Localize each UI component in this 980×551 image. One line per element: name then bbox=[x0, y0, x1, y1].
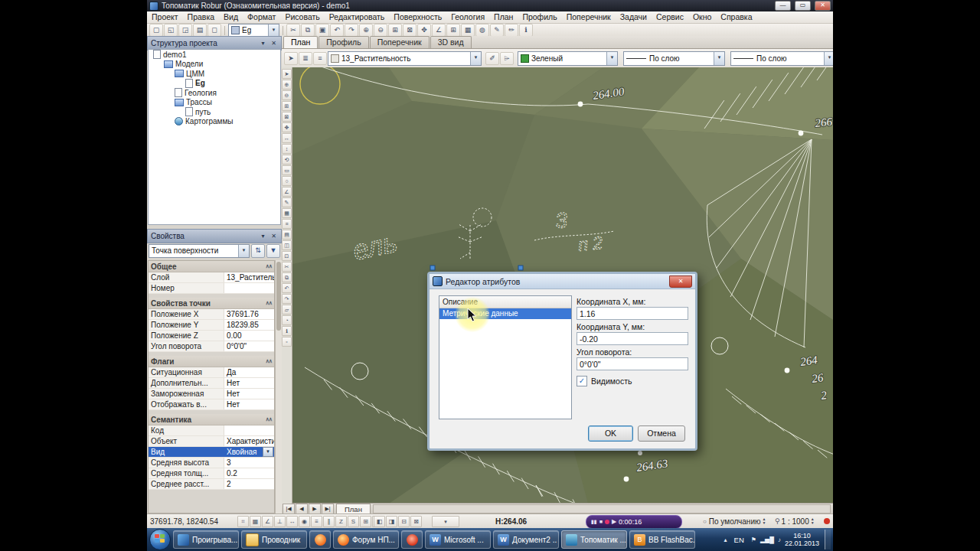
status-toggle-icon[interactable]: ∥ bbox=[323, 516, 335, 527]
property-value[interactable]: Нет bbox=[224, 389, 274, 399]
property-value[interactable]: 3 bbox=[224, 458, 274, 468]
first-sheet-icon[interactable]: |◀ bbox=[283, 504, 295, 514]
canvas-tool-icon-22[interactable]: ▱ bbox=[282, 305, 292, 315]
canvas-tool-icon-7[interactable]: ↕ bbox=[282, 144, 292, 154]
taskbar-button-2[interactable] bbox=[309, 530, 331, 549]
snap-mode-icon[interactable]: ▾ bbox=[432, 516, 459, 527]
pan-icon[interactable]: ✥ bbox=[417, 24, 431, 37]
property-value[interactable]: Хвойная▼ bbox=[224, 447, 274, 457]
chevron-down-icon[interactable]: ▼ bbox=[263, 447, 273, 457]
property-value[interactable]: 13_Растительно... bbox=[224, 272, 274, 282]
collapse-icon[interactable]: ∧∧ bbox=[266, 300, 272, 306]
view-tab-Поперечник[interactable]: Поперечник bbox=[370, 36, 430, 48]
chevron-down-icon[interactable]: ▼ bbox=[824, 52, 833, 65]
menu-item-5[interactable]: Редактировать bbox=[325, 11, 390, 23]
canvas-tool-icon-11[interactable]: ∠ bbox=[282, 187, 292, 197]
status-toggle-icon[interactable]: S bbox=[348, 516, 359, 527]
menu-item-6[interactable]: Поверхность bbox=[389, 11, 446, 23]
eyedropper-icon[interactable]: ✐ bbox=[485, 52, 499, 65]
menu-item-1[interactable]: Правка bbox=[183, 11, 219, 23]
copy-icon[interactable]: ⧉ bbox=[301, 24, 315, 37]
preview-icon[interactable]: ◻ bbox=[207, 24, 221, 37]
property-value[interactable]: 2 bbox=[224, 479, 274, 489]
tree-item-Геология[interactable]: Геология bbox=[149, 88, 280, 98]
menu-item-0[interactable]: Проект bbox=[147, 11, 183, 23]
screen-recorder-bar[interactable]: ▮▮ ■ ▶ 0:00:16 bbox=[586, 515, 682, 528]
view-tab-3D вид[interactable]: 3D вид bbox=[430, 36, 472, 48]
play-icon[interactable]: ▶ bbox=[612, 517, 616, 527]
status-toggle-icon[interactable]: ↔ bbox=[286, 516, 298, 527]
menu-item-9[interactable]: Профиль bbox=[518, 11, 561, 23]
new-icon[interactable]: ▢ bbox=[149, 24, 163, 37]
property-group-1[interactable]: Свойства точки∧∧ bbox=[149, 298, 274, 309]
property-row[interactable]: Положение Z0.00 bbox=[149, 331, 274, 341]
edit-icon[interactable]: ✏ bbox=[505, 24, 518, 37]
network-icon[interactable]: ▂▅█ bbox=[760, 536, 774, 543]
prev-sheet-icon[interactable]: ◀ bbox=[296, 504, 308, 514]
tree-item-Трассы[interactable]: Трассы bbox=[149, 98, 280, 108]
print-icon[interactable]: ▤ bbox=[193, 24, 207, 37]
zoom-extents-icon[interactable]: ⊠ bbox=[403, 24, 416, 37]
view-tab-План[interactable]: План bbox=[283, 36, 318, 48]
stop-icon[interactable]: ■ bbox=[599, 517, 603, 527]
canvas-tool-icon-25[interactable]: ▫ bbox=[282, 337, 292, 347]
chevron-down-icon[interactable]: ▼ bbox=[606, 52, 617, 65]
tree-item-Картограммы[interactable]: Картограммы bbox=[149, 117, 280, 127]
chevron-down-icon[interactable]: ▼ bbox=[714, 52, 724, 65]
globe-icon[interactable]: ◍ bbox=[475, 24, 489, 37]
info-icon[interactable]: ℹ bbox=[519, 24, 533, 37]
menu-item-2[interactable]: Вид bbox=[219, 11, 243, 23]
canvas-tool-icon-16[interactable]: ◫ bbox=[282, 240, 292, 250]
paste-icon[interactable]: ▣ bbox=[315, 24, 329, 37]
menu-item-4[interactable]: Рисовать bbox=[280, 11, 324, 23]
start-button[interactable] bbox=[149, 529, 171, 550]
canvas-tool-icon-9[interactable]: ▭ bbox=[282, 165, 292, 175]
canvas-tool-icon-6[interactable]: ↔ bbox=[282, 133, 292, 143]
canvas-tool-icon-12[interactable]: ✎ bbox=[282, 197, 292, 207]
status-toggle-icon[interactable]: ≡ bbox=[311, 516, 322, 527]
property-value[interactable]: Да bbox=[224, 367, 274, 377]
property-row[interactable]: ОбъектХарактеристик... bbox=[149, 436, 274, 447]
draw-icon[interactable]: ✎ bbox=[490, 24, 504, 37]
property-row[interactable]: Средняя толщ...0.2 bbox=[149, 468, 274, 479]
zoom-in-icon[interactable]: ⊕ bbox=[359, 24, 373, 37]
taskbar-button-5[interactable]: WMicrosoft ... bbox=[425, 530, 491, 549]
property-row[interactable]: Отображать в...Нет bbox=[149, 399, 274, 410]
property-row[interactable]: Код bbox=[149, 425, 274, 436]
color-combo[interactable]: Зеленый ▼ bbox=[518, 51, 618, 66]
lineweight-combo[interactable]: По слою ▼ bbox=[730, 51, 833, 66]
status-toggle-icon[interactable]: ◉ bbox=[299, 516, 310, 527]
canvas-tool-icon-19[interactable]: ⧉ bbox=[282, 272, 292, 282]
flag-icon[interactable]: ⚑ bbox=[751, 536, 756, 543]
property-row[interactable]: Дополнительн...Нет bbox=[149, 378, 274, 389]
menu-item-12[interactable]: Сервис bbox=[652, 11, 688, 23]
chevron-down-icon[interactable]: ▼ bbox=[268, 24, 279, 36]
taskbar-button-4[interactable] bbox=[401, 530, 423, 549]
select-icon[interactable]: ➤ bbox=[284, 52, 298, 65]
undo-icon[interactable]: ↶ bbox=[330, 24, 344, 37]
property-group-2[interactable]: Флаги∧∧ bbox=[149, 356, 274, 367]
status-toggle-icon[interactable]: ⊞ bbox=[360, 516, 371, 527]
taskbar-button-1[interactable]: Проводник bbox=[241, 530, 307, 549]
property-row[interactable]: ВидХвойная▼ bbox=[149, 447, 274, 458]
sort-button[interactable]: ⇅ bbox=[251, 244, 265, 258]
surface-combo[interactable]: Eg ▼ bbox=[228, 24, 279, 37]
maximize-button[interactable]: ▭ bbox=[795, 1, 811, 11]
menu-item-13[interactable]: Окно bbox=[688, 11, 716, 23]
chevron-down-icon[interactable]: ▼ bbox=[238, 245, 249, 257]
canvas-tool-icon-2[interactable]: ⊖ bbox=[282, 90, 292, 100]
property-row[interactable]: Слой13_Растительно... bbox=[149, 272, 274, 283]
pin-icon[interactable]: ▾ bbox=[259, 232, 267, 240]
property-value[interactable] bbox=[224, 425, 274, 435]
collapse-icon[interactable]: ∧∧ bbox=[266, 263, 272, 269]
last-sheet-icon[interactable]: ▶| bbox=[322, 504, 334, 514]
object-type-combo[interactable]: Точка поверхности ▼ bbox=[149, 244, 250, 258]
property-value[interactable]: 0°0'0" bbox=[224, 341, 274, 351]
tree-item-Модели[interactable]: Модели bbox=[149, 60, 280, 70]
canvas-tool-icon-4[interactable]: ⊠ bbox=[282, 112, 292, 122]
taskbar-button-3[interactable]: Форум НП... bbox=[333, 530, 399, 549]
dialog-title-bar[interactable]: Редактор атрибутов ✕ bbox=[430, 274, 695, 289]
linetype-combo[interactable]: По слою ▼ bbox=[623, 51, 725, 66]
taskbar-button-7[interactable]: Топоматик ... bbox=[561, 530, 627, 549]
property-value[interactable]: 18239.85 bbox=[224, 320, 274, 330]
